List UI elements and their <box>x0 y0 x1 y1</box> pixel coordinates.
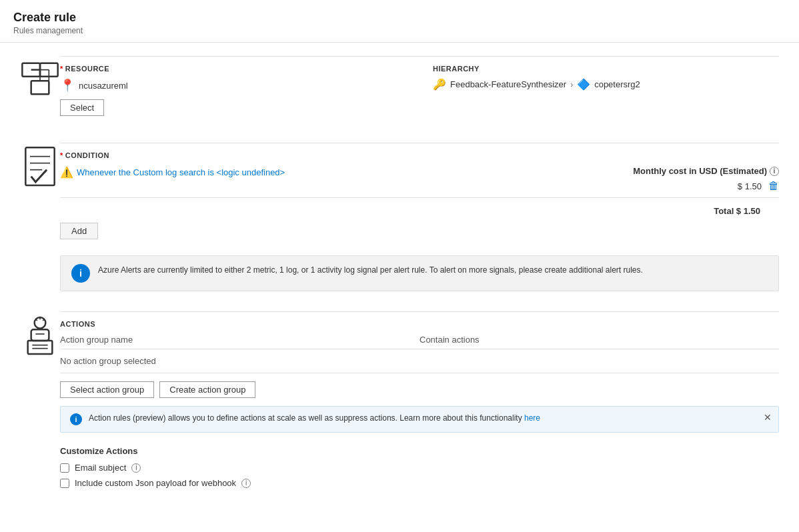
cost-info-icon: i <box>770 167 779 176</box>
svg-rect-12 <box>31 329 49 341</box>
cost-header: Monthly cost in USD (Estimated) i <box>633 166 779 176</box>
svg-rect-2 <box>31 81 49 94</box>
action-rules-info-icon: i <box>70 413 82 425</box>
page-subtitle: Rules management <box>13 26 786 35</box>
condition-required-star: * <box>60 151 63 159</box>
json-payload-checkbox[interactable] <box>60 479 69 488</box>
resource-pin-icon: 📍 <box>60 78 75 93</box>
email-subject-info: i <box>131 463 141 473</box>
select-action-group-button[interactable]: Select action group <box>60 381 154 398</box>
condition-info-banner: i Azure Alerts are currently limited to … <box>60 255 779 291</box>
customize-title: Customize Actions <box>60 446 779 456</box>
json-payload-label: Include custom Json payload for webhook <box>75 478 236 488</box>
resource-icon <box>20 56 60 99</box>
customize-section: Customize Actions Email subject i Includ… <box>60 446 779 488</box>
action-rules-text: Action rules (preview) allows you to def… <box>89 413 540 423</box>
svg-rect-7 <box>25 147 54 185</box>
actions-section: ACTIONS Action group name Contain action… <box>20 311 779 493</box>
resource-name: ncusazureml <box>79 81 128 91</box>
actions-section-label: ACTIONS <box>60 320 779 328</box>
info-banner-text: Azure Alerts are currently limited to ei… <box>98 264 643 276</box>
select-resource-button[interactable]: Select <box>60 99 104 116</box>
action-rules-banner: i Action rules (preview) allows you to d… <box>60 406 779 433</box>
action-rules-link[interactable]: here <box>524 413 540 423</box>
actions-body: ACTIONS Action group name Contain action… <box>60 311 779 493</box>
resource-svg-icon <box>20 59 60 99</box>
json-payload-row: Include custom Json payload for webhook … <box>60 478 779 488</box>
create-action-group-button[interactable]: Create action group <box>159 381 255 398</box>
col-contain-actions: Contain actions <box>420 335 779 345</box>
resource-value-row: 📍 ncusazureml <box>60 78 406 93</box>
actions-table: Action group name Contain actions No act… <box>60 335 779 373</box>
email-subject-checkbox[interactable] <box>60 463 69 473</box>
delete-condition-icon[interactable]: 🗑 <box>768 180 779 192</box>
cost-amount: $ 1.50 <box>738 181 762 191</box>
col-action-group-name: Action group name <box>60 335 420 345</box>
hierarchy-chevron: › <box>570 80 573 89</box>
json-payload-info: i <box>241 479 251 488</box>
main-content: *RESOURCE 📍 ncusazureml Select HIERARCHY… <box>0 43 799 527</box>
condition-section: *CONDITION ⚠️ Whenever the Custom log se… <box>20 143 779 291</box>
page-header: Create rule Rules management <box>0 0 799 43</box>
cost-value-row: $ 1.50 🗑 <box>633 180 779 192</box>
action-buttons: Select action group Create action group <box>60 381 779 398</box>
banner-close-button[interactable]: ✕ <box>764 412 772 423</box>
hierarchy-child: copetersrg2 <box>594 79 640 89</box>
condition-svg-icon <box>20 145 60 190</box>
actions-svg-icon <box>20 314 60 359</box>
condition-body: *CONDITION ⚠️ Whenever the Custom log se… <box>60 143 779 291</box>
condition-section-label: *CONDITION <box>60 151 779 159</box>
hierarchy-group-icon: 🔷 <box>577 78 590 91</box>
info-icon: i <box>71 264 90 283</box>
svg-rect-13 <box>28 341 53 354</box>
actions-icon <box>20 311 60 359</box>
hierarchy-col-header: HIERARCHY <box>433 65 779 73</box>
condition-icon <box>20 143 60 190</box>
condition-left: ⚠️ Whenever the Custom log search is <lo… <box>60 166 606 179</box>
resource-info: *RESOURCE 📍 ncusazureml Select <box>60 65 406 116</box>
total-row: Total $ 1.50 <box>60 206 779 216</box>
resource-row: *RESOURCE 📍 ncusazureml Select HIERARCHY… <box>60 65 779 116</box>
hierarchy-parent: Feedback-FeatureSynthesizer <box>450 79 566 89</box>
condition-link[interactable]: ⚠️ Whenever the Custom log search is <lo… <box>60 166 606 179</box>
hierarchy-key-icon: 🔑 <box>433 78 446 91</box>
no-action-row: No action group selected <box>60 349 779 373</box>
resource-body: *RESOURCE 📍 ncusazureml Select HIERARCHY… <box>60 56 779 123</box>
email-subject-label: Email subject <box>75 463 126 473</box>
hierarchy-info: HIERARCHY 🔑 Feedback-FeatureSynthesizer … <box>433 65 779 91</box>
resource-col-header: *RESOURCE <box>60 65 406 73</box>
resource-section: *RESOURCE 📍 ncusazureml Select HIERARCHY… <box>20 56 779 123</box>
no-action-text: No action group selected <box>60 356 420 366</box>
page-title: Create rule <box>13 11 786 25</box>
condition-error-icon: ⚠️ <box>60 166 73 179</box>
email-subject-row: Email subject i <box>60 463 779 473</box>
add-condition-button[interactable]: Add <box>60 223 98 239</box>
condition-row: ⚠️ Whenever the Custom log search is <lo… <box>60 166 779 198</box>
condition-right: Monthly cost in USD (Estimated) i $ 1.50… <box>633 166 779 192</box>
hierarchy-value-row: 🔑 Feedback-FeatureSynthesizer › 🔷 copete… <box>433 78 779 91</box>
required-star: * <box>60 65 63 73</box>
actions-table-header: Action group name Contain actions <box>60 335 779 349</box>
